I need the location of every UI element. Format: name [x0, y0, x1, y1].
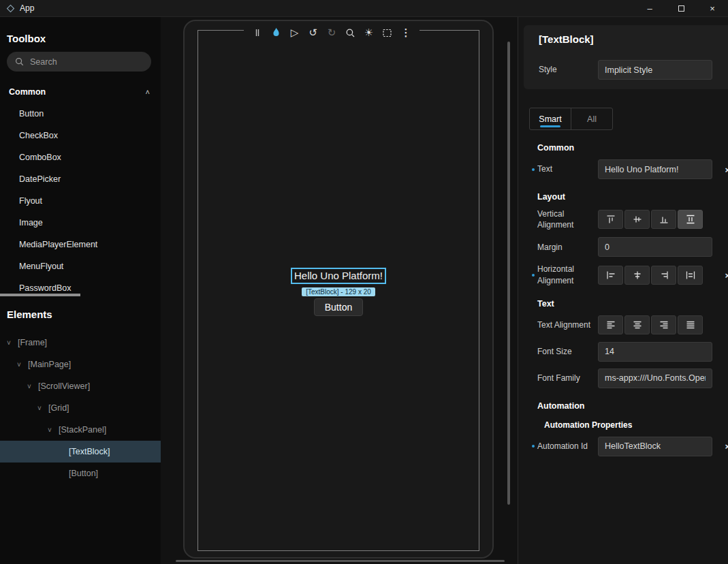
style-row: Style [539, 60, 728, 80]
font-family-label: Font Family [537, 373, 598, 383]
margin-row: Margin [518, 237, 728, 257]
toolbox-item-mediaplayerelement[interactable]: MediaPlayerElement [0, 234, 161, 255]
valign-bottom-button[interactable] [651, 210, 676, 229]
toolbox-list: Button CheckBox ComboBox DatePicker Flyo… [0, 103, 161, 299]
chevron-up-icon[interactable]: ˄ [146, 88, 150, 96]
modified-dot-icon [532, 445, 535, 448]
valign-center-button[interactable] [624, 210, 650, 229]
margin-label: Margin [537, 242, 598, 253]
reset-marker-icon[interactable]: × [725, 270, 728, 280]
toolbox-search[interactable] [7, 52, 151, 72]
device-frame: ▷ ↺ ↻ ☀ ⋮ Hello Uno Platform! [TextBlock… [183, 20, 494, 559]
font-size-input[interactable] [598, 342, 712, 362]
selection-size-badge: [TextBlock] - 129 x 20 [302, 287, 375, 296]
tab-all[interactable]: All [571, 108, 612, 129]
style-label: Style [539, 64, 598, 75]
minimize-button[interactable]: – [634, 0, 665, 16]
text-alignment-row: Text Alignment [518, 315, 728, 335]
grip-icon[interactable] [251, 26, 264, 40]
tree-item-grid[interactable]: ˅ [Grid] [0, 397, 161, 419]
reset-marker-icon[interactable]: × [725, 164, 728, 174]
font-family-row: Font Family [518, 369, 728, 388]
chevron-down-icon[interactable]: ˅ [27, 383, 38, 390]
automation-id-input[interactable] [598, 437, 712, 456]
tree-item-textblock[interactable]: [TextBlock] [0, 441, 161, 463]
chevron-down-icon[interactable]: ˅ [17, 361, 28, 369]
modified-dot-icon [532, 168, 535, 171]
tree-item-label: [TextBlock] [69, 447, 110, 456]
search-input[interactable] [30, 57, 143, 67]
redo-icon[interactable]: ↻ [325, 26, 338, 40]
halign-right-button[interactable] [651, 266, 676, 285]
text-label: Text [537, 163, 598, 174]
more-options-icon[interactable]: ⋮ [399, 26, 413, 40]
halign-center-button[interactable] [624, 266, 650, 285]
toolbox-item-datepicker[interactable]: DatePicker [0, 168, 161, 190]
properties-panel: [TextBlock] Style Smart All Common Text … [518, 17, 728, 564]
text-input[interactable] [598, 159, 712, 179]
design-surface[interactable]: Hello Uno Platform! [TextBlock] - 129 x … [197, 30, 479, 551]
toolbox-item-flyout[interactable]: Flyout [0, 190, 161, 212]
automation-properties-title: Automation Properties [544, 420, 728, 430]
tree-item-frame[interactable]: ˅ [Frame] [0, 332, 161, 354]
valign-top-button[interactable] [598, 210, 623, 229]
valign-stretch-button[interactable] [678, 210, 703, 229]
maximize-button[interactable] [665, 0, 697, 16]
canvas-stackpanel: Hello Uno Platform! [TextBlock] - 129 x … [198, 268, 479, 316]
inspect-element-icon[interactable] [343, 26, 357, 40]
properties-title: [TextBlock] [539, 33, 728, 45]
maximize-icon [678, 5, 684, 12]
toolbox-section-common[interactable]: Common ˄ [9, 87, 150, 97]
vertical-alignment-group [598, 210, 703, 229]
text-property-row: Text × [518, 159, 728, 179]
tree-item-label: [Frame] [18, 338, 47, 347]
canvas-textblock-selected[interactable]: Hello Uno Platform! [291, 268, 386, 284]
properties-header-card: [TextBlock] Style [524, 25, 728, 89]
chevron-down-icon[interactable]: ˅ [37, 405, 48, 412]
text-align-justify-button[interactable] [678, 315, 703, 334]
window-controls: – × [634, 0, 728, 16]
hot-design-flame-icon[interactable] [269, 26, 283, 40]
canvas-vertical-scrollbar[interactable] [507, 42, 510, 505]
text-align-left-button[interactable] [598, 315, 623, 334]
close-button[interactable]: × [697, 0, 728, 16]
style-input[interactable] [598, 60, 712, 80]
toolbox-horizontal-scrollbar[interactable] [0, 294, 80, 296]
tree-item-button[interactable]: [Button] [0, 463, 161, 484]
section-common-title: Common [537, 143, 728, 153]
halign-stretch-button[interactable] [678, 266, 703, 285]
tree-item-stackpanel[interactable]: ˅ [StackPanel] [0, 419, 161, 441]
halign-left-button[interactable] [598, 266, 623, 285]
canvas-button[interactable]: Button [314, 298, 363, 316]
theme-sun-icon[interactable]: ☀ [362, 26, 376, 40]
toolbox-item-combobox[interactable]: ComboBox [0, 146, 161, 168]
font-family-input[interactable] [598, 369, 712, 388]
toolbox-item-checkbox[interactable]: CheckBox [0, 125, 161, 146]
play-icon[interactable]: ▷ [288, 26, 302, 40]
design-canvas: ▷ ↺ ↻ ☀ ⋮ Hello Uno Platform! [TextBlock… [161, 17, 518, 564]
text-align-right-button[interactable] [651, 315, 676, 334]
selection-bounds-icon[interactable] [381, 26, 394, 40]
app-title: App [20, 3, 34, 13]
canvas-horizontal-scrollbar[interactable] [176, 560, 505, 562]
tree-item-mainpage[interactable]: ˅ [MainPage] [0, 354, 161, 375]
tree-item-label: [Grid] [48, 403, 69, 413]
tree-item-scrollviewer[interactable]: ˅ [ScrollViewer] [0, 375, 161, 397]
text-alignment-label: Text Alignment [537, 319, 598, 330]
toolbox-section-common-label: Common [9, 87, 46, 97]
undo-icon[interactable]: ↺ [306, 26, 320, 40]
toolbox-item-button[interactable]: Button [0, 103, 161, 125]
elements-tree: ˅ [Frame] ˅ [MainPage] ˅ [ScrollViewer] … [0, 332, 161, 484]
tab-smart[interactable]: Smart [530, 108, 571, 129]
reset-marker-icon[interactable]: × [725, 441, 728, 452]
text-align-center-button[interactable] [624, 315, 650, 334]
toolbox-item-image[interactable]: Image [0, 212, 161, 234]
margin-input[interactable] [598, 237, 712, 257]
toolbox-item-menuflyout[interactable]: MenuFlyout [0, 255, 161, 277]
design-toolbar: ▷ ↺ ↻ ☀ ⋮ [244, 22, 420, 43]
chevron-down-icon[interactable]: ˅ [7, 339, 18, 347]
horizontal-alignment-row: Horizontal Alignment × [518, 264, 728, 285]
section-text-title: Text [537, 299, 728, 309]
chevron-down-icon[interactable]: ˅ [48, 426, 59, 434]
tree-item-label: [StackPanel] [59, 425, 106, 435]
